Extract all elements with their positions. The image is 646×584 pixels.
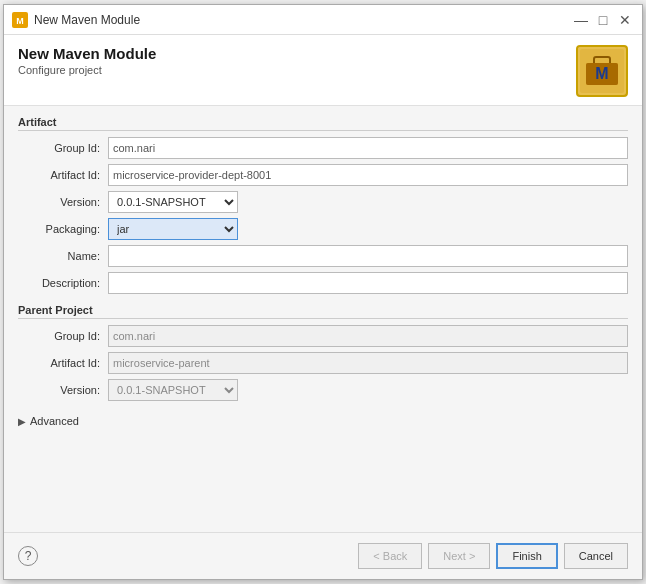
packaging-row: Packaging: jar war pom [18, 218, 628, 240]
parent-artifact-id-row: Artifact Id: [18, 352, 628, 374]
parent-artifact-id-input [108, 352, 628, 374]
minimize-button[interactable]: — [572, 11, 590, 29]
packaging-select[interactable]: jar war pom [108, 218, 238, 240]
window-controls: — □ ✕ [572, 11, 634, 29]
maven-icon: M [576, 45, 628, 97]
content-header: New Maven Module Configure project M [4, 35, 642, 106]
window-icon: M [12, 12, 28, 28]
description-row: Description: [18, 272, 628, 294]
artifact-section-label: Artifact [18, 116, 628, 131]
advanced-section[interactable]: ▶ Advanced [18, 411, 628, 431]
version-select[interactable]: 0.0.1-SNAPSHOT [108, 191, 238, 213]
artifact-id-label: Artifact Id: [18, 169, 108, 181]
window-title: New Maven Module [34, 13, 140, 27]
cancel-button[interactable]: Cancel [564, 543, 628, 569]
name-input[interactable] [108, 245, 628, 267]
next-button[interactable]: Next > [428, 543, 490, 569]
parent-group-id-row: Group Id: [18, 325, 628, 347]
footer-right: < Back Next > Finish Cancel [358, 543, 628, 569]
back-label: < Back [373, 550, 407, 562]
back-button[interactable]: < Back [358, 543, 422, 569]
cancel-label: Cancel [579, 550, 613, 562]
artifact-id-input[interactable] [108, 164, 628, 186]
group-id-row: Group Id: [18, 137, 628, 159]
svg-text:M: M [595, 65, 608, 82]
footer-left: ? [18, 546, 38, 566]
group-id-input[interactable] [108, 137, 628, 159]
version-row: Version: 0.0.1-SNAPSHOT [18, 191, 628, 213]
page-subtitle: Configure project [18, 64, 156, 76]
svg-text:M: M [16, 16, 24, 26]
advanced-label: Advanced [30, 415, 79, 427]
main-window: M New Maven Module — □ ✕ New Maven Modul… [3, 4, 643, 580]
parent-version-row: Version: 0.0.1-SNAPSHOT [18, 379, 628, 401]
finish-button[interactable]: Finish [496, 543, 557, 569]
title-bar: M New Maven Module — □ ✕ [4, 5, 642, 35]
parent-artifact-id-label: Artifact Id: [18, 357, 108, 369]
group-id-label: Group Id: [18, 142, 108, 154]
artifact-id-row: Artifact Id: [18, 164, 628, 186]
close-button[interactable]: ✕ [616, 11, 634, 29]
header-text: New Maven Module Configure project [18, 45, 156, 76]
description-input[interactable] [108, 272, 628, 294]
version-label: Version: [18, 196, 108, 208]
parent-version-label: Version: [18, 384, 108, 396]
name-label: Name: [18, 250, 108, 262]
name-row: Name: [18, 245, 628, 267]
parent-group-id-label: Group Id: [18, 330, 108, 342]
finish-label: Finish [512, 550, 541, 562]
parent-section-label: Parent Project [18, 304, 628, 319]
footer: ? < Back Next > Finish Cancel [4, 532, 642, 579]
artifact-section: Artifact Group Id: Artifact Id: Version:… [18, 116, 628, 294]
page-title: New Maven Module [18, 45, 156, 62]
parent-section: Parent Project Group Id: Artifact Id: Ve… [18, 304, 628, 401]
maximize-button[interactable]: □ [594, 11, 612, 29]
description-label: Description: [18, 277, 108, 289]
title-bar-left: M New Maven Module [12, 12, 140, 28]
parent-group-id-input [108, 325, 628, 347]
packaging-label: Packaging: [18, 223, 108, 235]
help-icon-label: ? [25, 549, 32, 563]
next-label: Next > [443, 550, 475, 562]
main-content: Artifact Group Id: Artifact Id: Version:… [4, 106, 642, 532]
advanced-arrow-icon: ▶ [18, 416, 26, 427]
help-button[interactable]: ? [18, 546, 38, 566]
parent-version-select[interactable]: 0.0.1-SNAPSHOT [108, 379, 238, 401]
